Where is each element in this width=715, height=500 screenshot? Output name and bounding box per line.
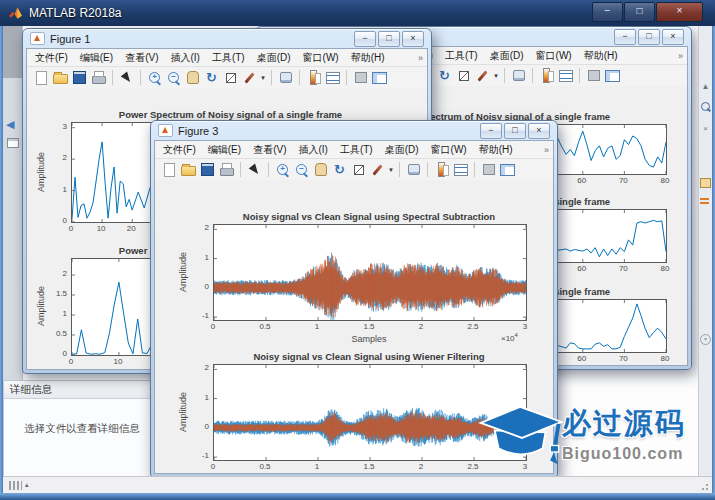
link-plots-icon[interactable] — [509, 67, 528, 84]
menu-item-2[interactable]: 查看(V) — [249, 143, 290, 157]
close-button[interactable]: × — [402, 31, 424, 47]
menu-item-6[interactable]: 窗口(W) — [427, 143, 471, 157]
close-button[interactable]: × — [656, 2, 703, 22]
menu-item-4[interactable]: 工具(T) — [336, 143, 377, 157]
minimize-button[interactable]: − — [480, 123, 502, 139]
titlebar-figure-1[interactable]: Figure 1−□× — [23, 29, 431, 48]
data-cursor-icon[interactable] — [349, 161, 368, 178]
maximize-button[interactable]: □ — [378, 31, 400, 47]
caret-icon[interactable] — [492, 67, 500, 84]
minimize-button[interactable]: − — [592, 2, 623, 22]
menu-item-6[interactable]: 窗口(W) — [299, 51, 343, 65]
data-cursor-icon[interactable] — [454, 67, 473, 84]
y-tick-label: -1 — [183, 311, 209, 320]
maximize-button[interactable]: □ — [504, 123, 526, 139]
y-tick-label: -1 — [183, 451, 209, 460]
status-grip-caret-icon[interactable]: ▴ — [25, 481, 29, 489]
maximize-button[interactable]: □ — [624, 2, 655, 22]
colorbar-icon[interactable] — [304, 69, 323, 86]
close-button[interactable]: × — [528, 123, 550, 139]
menu-item-0[interactable]: 文件(F) — [159, 143, 200, 157]
menu-item-5[interactable]: 桌面(D) — [486, 49, 528, 63]
menu-item-5[interactable]: 桌面(D) — [381, 143, 423, 157]
zoom-in-icon[interactable] — [145, 69, 164, 86]
edit-arrow-icon[interactable] — [117, 69, 136, 86]
brush-icon[interactable] — [368, 161, 387, 178]
y-tick-label: 0 — [41, 349, 67, 358]
zoom-out-icon[interactable] — [164, 69, 183, 86]
zoom-out-icon[interactable] — [292, 161, 311, 178]
menu-item-3[interactable]: 插入(I) — [166, 51, 203, 65]
x-tick-label: 80 — [661, 176, 670, 185]
maximize-button[interactable]: □ — [638, 29, 660, 45]
menubar: 文件(F)编辑(E)查看(V)插入(I)工具(T)桌面(D)窗口(W)帮助(H)… — [155, 141, 553, 159]
minimize-button[interactable]: − — [614, 29, 636, 45]
colorbar-icon[interactable] — [432, 161, 451, 178]
menu-item-1[interactable]: 编辑(E) — [204, 143, 245, 157]
toolbar-separator — [112, 70, 113, 85]
caret-icon[interactable] — [259, 69, 267, 86]
main-titlebar[interactable]: MATLAB R2018a − □ × — [0, 0, 715, 26]
minimize-button[interactable]: − — [354, 31, 376, 47]
colorbar-icon[interactable] — [537, 67, 556, 84]
rotate-icon[interactable] — [330, 161, 349, 178]
menu-item-7[interactable]: 帮助(H) — [347, 51, 389, 65]
open-icon[interactable] — [51, 69, 70, 86]
rotate-icon[interactable] — [435, 67, 454, 84]
link-plots-icon[interactable] — [404, 161, 423, 178]
menubar: 文件(F)编辑(E)查看(V)插入(I)工具(T)桌面(D)窗口(W)帮助(H)… — [27, 49, 427, 67]
caret-icon[interactable] — [387, 161, 395, 178]
menu-item-7[interactable]: 帮助(H) — [475, 143, 517, 157]
titlebar-figure-3[interactable]: Figure 3−□× — [151, 121, 557, 140]
menu-item-3[interactable]: 插入(I) — [294, 143, 331, 157]
close-panel-icon[interactable]: × — [700, 124, 711, 133]
edit-arrow-icon[interactable] — [245, 161, 264, 178]
pan-icon[interactable] — [311, 161, 330, 178]
data-cursor-icon[interactable] — [221, 69, 240, 86]
zoom-in-icon[interactable] — [273, 161, 292, 178]
new-icon[interactable] — [160, 161, 179, 178]
brush-icon[interactable] — [240, 69, 259, 86]
dropdown-circle-icon[interactable]: ▾ — [700, 334, 711, 345]
close-button[interactable]: × — [662, 29, 684, 45]
hide-tools-icon[interactable] — [351, 69, 370, 86]
menu-overflow-icon[interactable]: » — [678, 51, 683, 61]
hide-tools-icon[interactable] — [479, 161, 498, 178]
menu-item-0[interactable]: 文件(F) — [31, 51, 72, 65]
rotate-icon[interactable] — [202, 69, 221, 86]
legend-icon[interactable] — [451, 161, 470, 178]
save-icon[interactable] — [70, 69, 89, 86]
print-icon[interactable] — [217, 161, 236, 178]
menu-item-4[interactable]: 工具(T) — [208, 51, 249, 65]
menu-overflow-icon[interactable]: » — [418, 53, 423, 63]
link-plots-icon[interactable] — [276, 69, 295, 86]
x-tick-label: 60 — [577, 176, 586, 185]
menu-item-1[interactable]: 编辑(E) — [76, 51, 117, 65]
image-thumbnail-icon[interactable] — [700, 178, 711, 188]
resize-grip-icon[interactable] — [701, 483, 709, 491]
scroll-up-icon[interactable]: ▲ — [700, 82, 711, 91]
show-tools-icon[interactable] — [498, 161, 517, 178]
watermark-domain-text: Biguo100.com — [562, 445, 686, 463]
hide-tools-icon[interactable] — [584, 67, 603, 84]
print-icon[interactable] — [89, 69, 108, 86]
search-icon[interactable] — [701, 102, 710, 111]
show-tools-icon[interactable] — [603, 67, 622, 84]
menu-item-5[interactable]: 桌面(D) — [253, 51, 295, 65]
menu-item-6[interactable]: 窗口(W) — [532, 49, 576, 63]
x-tick-label: 2 — [419, 462, 423, 471]
legend-icon[interactable] — [556, 67, 575, 84]
y-tick-label: 2 — [183, 363, 209, 372]
menu-item-7[interactable]: 帮助(H) — [580, 49, 622, 63]
brush-icon[interactable] — [473, 67, 492, 84]
menu-item-2[interactable]: 查看(V) — [121, 51, 162, 65]
save-icon[interactable] — [198, 161, 217, 178]
menu-item-4[interactable]: 工具(T) — [441, 49, 482, 63]
legend-icon[interactable] — [323, 69, 342, 86]
menu-overflow-icon[interactable]: » — [544, 145, 549, 155]
status-grip-icon[interactable] — [9, 481, 22, 490]
pan-icon[interactable] — [183, 69, 202, 86]
open-icon[interactable] — [179, 161, 198, 178]
new-icon[interactable] — [32, 69, 51, 86]
show-tools-icon[interactable] — [370, 69, 389, 86]
